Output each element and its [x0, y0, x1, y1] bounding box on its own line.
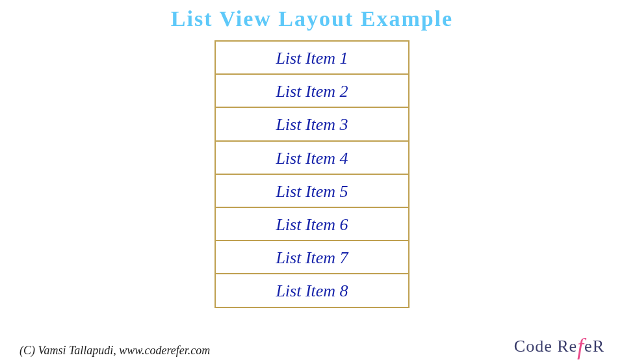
logo-text-post: eR	[584, 337, 604, 356]
list-item[interactable]: List Item 5	[216, 175, 408, 208]
list-view: List Item 1 List Item 2 List Item 3 List…	[214, 40, 410, 308]
brand-logo: Code RefeR	[514, 330, 604, 358]
logo-text-pre: Code Re	[514, 337, 577, 356]
list-item[interactable]: List Item 4	[216, 142, 408, 175]
list-item[interactable]: List Item 7	[216, 241, 408, 274]
logo-letter-f: f	[577, 333, 584, 359]
list-item[interactable]: List Item 8	[216, 274, 408, 307]
list-item[interactable]: List Item 6	[216, 208, 408, 241]
list-item[interactable]: List Item 1	[216, 42, 408, 75]
list-item[interactable]: List Item 3	[216, 108, 408, 141]
list-item[interactable]: List Item 2	[216, 75, 408, 108]
copyright-text: (C) Vamsi Tallapudi, www.coderefer.com	[20, 344, 210, 358]
page-title: List View Layout Example	[0, 0, 624, 31]
footer: (C) Vamsi Tallapudi, www.coderefer.com C…	[0, 330, 624, 358]
